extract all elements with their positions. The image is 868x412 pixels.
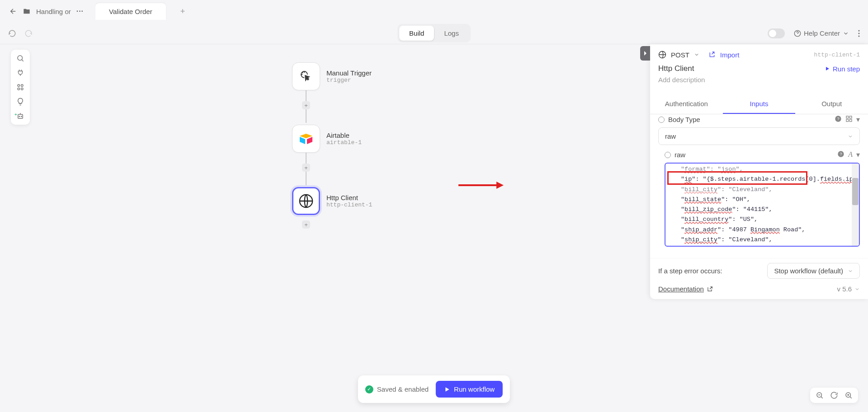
more-menu[interactable] [858,30,860,37]
lightbulb-icon[interactable] [16,98,24,106]
main-area: + + + + Manual Trigger trigger Airtable … [0,44,868,412]
svg-point-11 [21,116,22,117]
help-icon[interactable]: ? [835,115,842,124]
step-error-select[interactable]: Stop workflow (default) [767,263,860,279]
svg-point-1 [859,30,860,31]
panel-footer: If a step error occurs: Stop workflow (d… [650,258,868,299]
plug-icon[interactable] [16,69,24,77]
globe-icon [658,51,666,59]
method-label[interactable]: POST [671,51,689,59]
add-tab-button[interactable]: + [180,7,185,16]
doc-label: Documentation [658,285,704,293]
add-node-button[interactable]: + [302,220,310,229]
zoom-in-button[interactable] [844,391,853,399]
tab-authentication[interactable]: Authentication [650,94,723,114]
svg-point-6 [21,84,24,87]
connector [306,152,307,164]
view-toggle: Build Logs [397,24,471,42]
step-error-label: If a step error occurs: [658,267,722,275]
caret-icon[interactable]: ▾ [856,150,860,159]
redo-button[interactable] [24,29,33,37]
caret-icon[interactable]: ▾ [856,115,860,124]
step-error-value: Stop workflow (default) [774,267,843,275]
folder-icon [23,8,31,15]
body-type-select[interactable]: raw [658,127,860,145]
chevron-down-icon [848,268,853,274]
node-box[interactable] [292,125,320,153]
run-workflow-button[interactable]: Run workflow [436,381,503,398]
add-node-button[interactable]: + [302,164,310,172]
help-center-button[interactable]: Help Center [794,29,849,37]
saved-status: ✓ Saved & enabled [365,385,429,393]
panel-header: POST Import http-client-1 Http Client Ru… [650,44,868,88]
back-button[interactable] [9,7,17,15]
panel-collapse-button[interactable] [640,46,650,61]
help-icon[interactable]: ? [837,150,844,159]
version-label: v 5.6 [837,285,852,293]
font-icon[interactable]: A [848,150,853,159]
add-description[interactable]: Add description [658,76,860,84]
breadcrumb[interactable]: Handling or [36,8,71,15]
run-step-button[interactable]: Run step [825,65,860,73]
svg-point-8 [21,88,24,90]
chevron-down-icon [843,30,849,37]
connector [306,89,307,102]
node-title: Airtable [326,131,362,139]
ai-icon[interactable]: + [16,112,24,120]
node-http-client[interactable]: Http Client http-client-1 [292,187,372,215]
check-icon: ✓ [365,385,373,393]
node-trigger[interactable]: Manual Trigger trigger [292,62,372,90]
documentation-link[interactable]: Documentation [658,285,713,293]
version-select[interactable]: v 5.6 [837,285,860,293]
zoom-reset-button[interactable] [830,391,838,399]
globe-icon [298,193,314,209]
breadcrumb-more[interactable]: ··· [76,7,84,15]
body-type-value: raw [665,132,676,140]
raw-label: raw [675,151,685,159]
cursor-click-icon [299,69,313,84]
chevron-down-icon [854,286,860,292]
search-icon[interactable] [16,54,24,62]
undo-button[interactable] [8,29,16,37]
logs-tab[interactable]: Logs [434,26,469,41]
properties-panel: POST Import http-client-1 Http Client Ru… [650,44,868,299]
run-step-label: Run step [833,65,860,73]
svg-rect-20 [846,119,849,122]
help-center-label: Help Center [804,29,840,37]
play-icon [444,386,450,393]
view-mode-icon[interactable] [845,115,853,124]
svg-marker-25 [496,182,504,189]
svg-point-7 [18,88,20,90]
node-title: Http Client [326,194,372,201]
radio-icon[interactable] [658,117,665,123]
modules-icon[interactable] [16,83,24,91]
svg-point-3 [859,35,860,37]
node-box[interactable] [292,62,320,90]
node-box[interactable] [292,187,320,215]
bottom-bar: ✓ Saved & enabled Run workflow [358,375,510,403]
tab-active[interactable]: Validate Order [95,3,166,20]
second-bar: Build Logs Help Center [0,23,868,44]
annotation-arrow [458,180,504,191]
body-type-label: Body Type [668,116,700,123]
tab-output[interactable]: Output [795,94,868,114]
zoom-controls [810,388,858,403]
node-airtable[interactable]: Airtable airtable-1 [292,125,362,153]
node-subtitle: airtable-1 [326,139,362,146]
enable-toggle[interactable] [768,28,785,38]
left-toolbar: + [11,50,30,125]
connector [306,109,307,123]
import-button[interactable]: Import [720,51,740,59]
panel-title: Http Client [658,64,694,73]
run-workflow-label: Run workflow [454,385,495,393]
add-node-button[interactable]: + [302,101,310,109]
raw-body-editor[interactable]: "format": "json", "ip": "{$.steps.airtab… [665,163,860,247]
scrollbar[interactable] [852,164,859,246]
tab-inputs[interactable]: Inputs [723,94,796,114]
svg-point-2 [859,33,860,34]
svg-rect-19 [849,116,852,118]
chevron-down-icon[interactable] [694,52,699,57]
build-tab[interactable]: Build [399,26,434,41]
radio-icon[interactable] [665,152,671,158]
zoom-out-button[interactable] [816,391,824,399]
